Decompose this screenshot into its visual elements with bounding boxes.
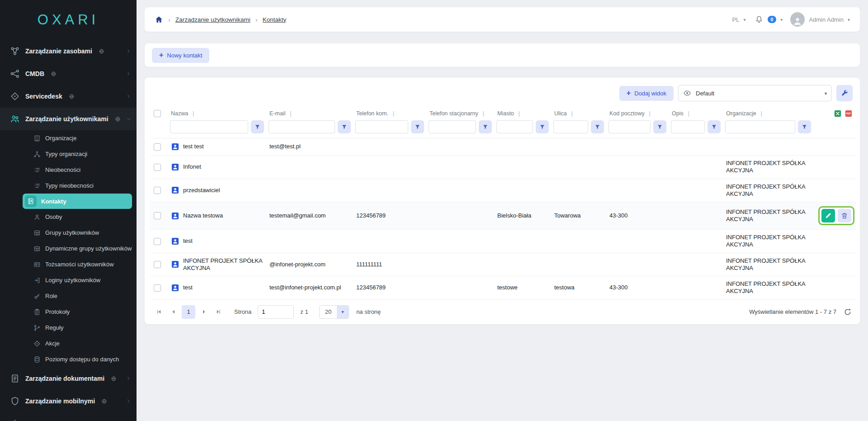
- column-menu-icon[interactable]: ⋮: [758, 110, 765, 117]
- row-checkbox[interactable]: [154, 284, 161, 292]
- filter-button-telefon_stacjonarny[interactable]: [479, 120, 492, 133]
- filter-button-email[interactable]: [338, 120, 351, 133]
- filter-input-nazwa[interactable]: [170, 120, 248, 133]
- current-page-button[interactable]: 1: [182, 305, 195, 319]
- column-menu-icon[interactable]: ⋮: [287, 110, 294, 117]
- home-icon[interactable]: [155, 15, 163, 24]
- chevron-down-icon: ▾: [825, 91, 827, 96]
- column-menu-icon[interactable]: ⋮: [515, 110, 523, 117]
- breadcrumb-link-contacts[interactable]: Kontakty: [263, 16, 287, 23]
- filter-input-ulica[interactable]: [553, 120, 588, 133]
- edit-row-button[interactable]: [821, 209, 835, 222]
- avatar[interactable]: [790, 12, 805, 27]
- sidebar-subitem-dynamiczne-grupy-u-ytkownik-w[interactable]: Dynamiczne grupy użytkowników: [0, 241, 137, 256]
- filter-input-organizacje[interactable]: [725, 120, 795, 133]
- add-view-button[interactable]: + Dodaj widok: [619, 86, 674, 101]
- column-menu-icon[interactable]: ⋮: [568, 110, 576, 117]
- export-buttons: [816, 109, 854, 118]
- page-size-selector[interactable]: 20 ▾: [319, 305, 349, 319]
- row-checkbox[interactable]: [154, 212, 161, 219]
- cell-opis: [671, 179, 725, 202]
- cell-miasto: [496, 230, 553, 253]
- row-checkbox[interactable]: [154, 187, 161, 194]
- first-page-button[interactable]: [153, 306, 165, 318]
- table-row[interactable]: testINFONET PROJEKT SPÓŁKA AKCYJNA: [150, 230, 856, 253]
- sidebar-subitem-osoby[interactable]: Osoby: [0, 209, 137, 225]
- table-row[interactable]: INFONET PROJEKT SPÓŁKA AKCYJNA@infonet-p…: [150, 253, 856, 276]
- refresh-icon[interactable]: [844, 308, 852, 316]
- sidebar-item-zarz-dzanie-u-ytkownikami[interactable]: Zarządzanie użytkownikami: [0, 108, 137, 130]
- table-settings-button[interactable]: [836, 85, 853, 101]
- export-pdf-icon[interactable]: [844, 109, 853, 118]
- data-access-icon: [33, 356, 41, 363]
- filter-button-telefon_kom[interactable]: [411, 120, 424, 133]
- sidebar-item-zarz-dzanie-mobilnymi[interactable]: Zarządzanie mobilnymi: [0, 390, 137, 412]
- sidebar-subitem-to-samo-ci-u-ytkownik-w[interactable]: Tożsamości użytkowników: [0, 256, 137, 272]
- next-page-button[interactable]: [198, 306, 210, 318]
- column-menu-icon[interactable]: ⋮: [480, 110, 487, 117]
- filter-button-organizacje[interactable]: [798, 120, 811, 133]
- sidebar-subitem-protoko-y[interactable]: Protokoły: [0, 304, 137, 320]
- sidebar-item-zarz-dzanie-dokumentami[interactable]: Zarządzanie dokumentami: [0, 367, 137, 390]
- filter-button-nazwa[interactable]: [251, 120, 264, 133]
- column-menu-icon[interactable]: ⋮: [685, 110, 693, 117]
- select-all-checkbox[interactable]: [154, 110, 161, 117]
- sidebar-subitem-akcje[interactable]: Akcje: [0, 336, 137, 351]
- row-checkbox[interactable]: [154, 143, 161, 151]
- filter-input-telefon_kom[interactable]: [355, 120, 408, 133]
- sidebar-subitem-kontakty[interactable]: Kontakty: [23, 194, 132, 209]
- sidebar-subitem-loginy-u-ytkownik-w[interactable]: Loginy użytkowników: [0, 272, 137, 288]
- table-row[interactable]: przedstawicielINFONET PROJEKT SPÓŁKA AKC…: [150, 179, 856, 202]
- sidebar-subitem-poziomy-dost-pu-do-danych[interactable]: Poziomy dostępu do danych: [0, 351, 137, 367]
- table-row[interactable]: InfonetINFONET PROJEKT SPÓŁKA AKCYJNA: [150, 156, 856, 179]
- page-number-input[interactable]: [258, 305, 294, 319]
- filter-input-kod_pocztowy[interactable]: [609, 120, 651, 133]
- column-menu-icon[interactable]: ⋮: [646, 110, 654, 117]
- last-page-icon: [215, 308, 222, 315]
- filter-input-telefon_stacjonarny[interactable]: [429, 120, 476, 133]
- breadcrumb-link-users[interactable]: Zarządzanie użytkownikami: [175, 16, 250, 23]
- sidebar-subitem-nieobecno-ci[interactable]: Nieobecności: [0, 162, 137, 178]
- pencil-icon: [825, 212, 832, 219]
- filter-button-miasto[interactable]: [536, 120, 549, 133]
- person-icon: [792, 16, 803, 27]
- sidebar-subitem-typy-organizacji[interactable]: Typy organizacji: [0, 146, 137, 162]
- sidebar: OXARI Zarządzanie zasobamiCMDBServicedes…: [0, 0, 137, 421]
- export-excel-icon[interactable]: [834, 109, 842, 118]
- column-menu-icon[interactable]: ⋮: [189, 110, 197, 117]
- sidebar-subitem-role[interactable]: Role: [0, 288, 137, 304]
- previous-page-button[interactable]: [167, 306, 179, 318]
- sidebar-subitem-typy-nieobecno-ci[interactable]: Typy nieobecności: [0, 178, 137, 194]
- sidebar-subitem-grupy-u-ytkownik-w[interactable]: Grupy użytkowników: [0, 225, 137, 241]
- last-page-button[interactable]: [212, 306, 224, 318]
- chevron-down-icon[interactable]: ▾: [743, 17, 745, 22]
- new-contact-button[interactable]: + Nowy kontakt: [152, 48, 209, 63]
- filter-button-opis[interactable]: [708, 120, 721, 133]
- sidebar-item-zarz-dzanie-zasobami[interactable]: Zarządzanie zasobami: [0, 40, 137, 62]
- sidebar-item-cmdb[interactable]: CMDB: [0, 62, 137, 85]
- row-checkbox[interactable]: [154, 261, 161, 268]
- filter-input-email[interactable]: [269, 120, 335, 133]
- table-row[interactable]: Nazwa testowatestemail@gmail.com12345678…: [150, 202, 856, 230]
- delete-row-button[interactable]: [838, 209, 851, 222]
- chevron-down-icon[interactable]: ▾: [848, 17, 850, 22]
- language-selector[interactable]: PL: [732, 16, 740, 23]
- chevron-down-icon[interactable]: ▾: [780, 17, 783, 22]
- view-selector-dropdown[interactable]: Default ▾: [678, 85, 832, 101]
- contact-card-icon: [171, 142, 179, 151]
- column-menu-icon[interactable]: ⋮: [390, 110, 397, 117]
- row-checkbox[interactable]: [154, 238, 161, 245]
- filter-input-opis[interactable]: [671, 120, 705, 133]
- user-name[interactable]: Admin Admin: [809, 16, 844, 23]
- sidebar-item-servicedesk[interactable]: Servicedesk: [0, 85, 137, 108]
- filter-input-miasto[interactable]: [496, 120, 533, 133]
- sidebar-item-ustawienia[interactable]: Ustawienia: [0, 412, 137, 421]
- row-checkbox[interactable]: [154, 164, 161, 171]
- notifications-bell-icon[interactable]: [755, 15, 764, 24]
- table-row[interactable]: testtest@infonet-projekt.com.pl123456789…: [150, 276, 856, 300]
- sidebar-subitem-organizacje[interactable]: Organizacje: [0, 130, 137, 146]
- table-row[interactable]: test testtest@test.pl: [150, 138, 856, 156]
- filter-button-kod_pocztowy[interactable]: [653, 120, 666, 133]
- filter-button-ulica[interactable]: [591, 120, 604, 133]
- sidebar-subitem-regu-y[interactable]: Reguły: [0, 320, 137, 336]
